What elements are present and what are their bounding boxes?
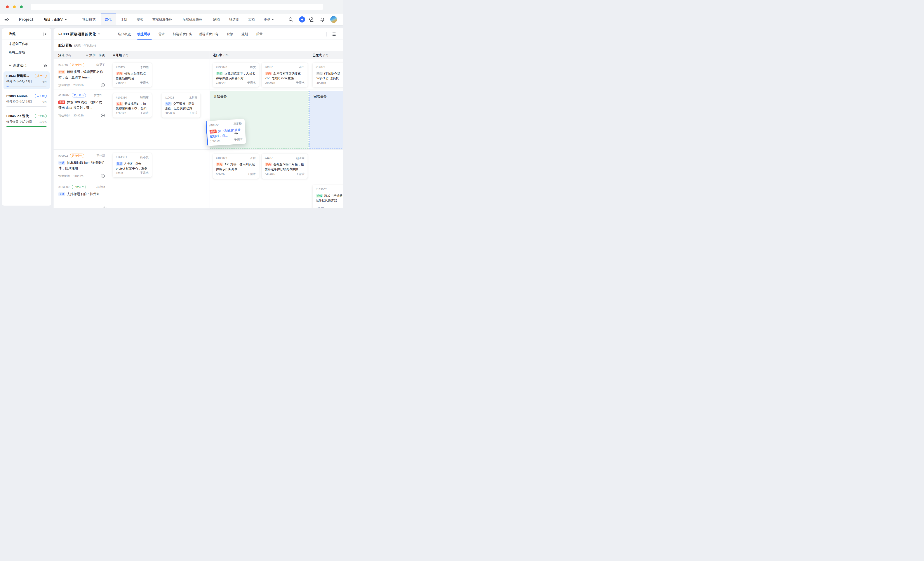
card-title: 普通抽象和抽取 item 详情页组件，使其通用	[58, 160, 105, 171]
progress-bar	[6, 106, 46, 106]
nav-tab-frontend-tasks[interactable]: 前端研发任务	[152, 17, 172, 21]
add-work-item-button[interactable]: + 添加工作项	[86, 53, 105, 57]
collapse-panel-icon[interactable]	[43, 32, 47, 36]
card-title: 较高任务查询接口对接，根据筛选条件获取列表数据	[265, 162, 304, 172]
card-title: 较高新建视图，编辑视图名称时，会一直请求 team...	[58, 69, 105, 80]
swimlane-card-12765[interactable]: #12765 进行中 李梁王 较高新建视图，编辑视图名称时，会一直请求 team…	[58, 63, 105, 87]
card-id: #10872	[209, 123, 219, 127]
sidebar-item-all[interactable]: 所有工作项	[2, 48, 51, 57]
app-logo: Project	[19, 17, 33, 22]
card-assignee: 王梓新	[96, 154, 105, 158]
board-tab-agile-board[interactable]: 敏捷看板	[137, 32, 150, 36]
swimlane-card-120987[interactable]: #120987 未开始 曹秀平... 最高并发 100 线程，循环1次请求 da…	[58, 93, 105, 118]
iteration-card-f2003[interactable]: F2003 Anubis 未开始 09月30日–10月14日 0%	[3, 91, 50, 109]
task-card-198342[interactable]: #198342徐小慧 普通左侧栏–点击 project 配置中心，左侧栏没有选中…	[113, 153, 152, 177]
task-card-10023[interactable]: #10023龙川喜 普通交互调整，区分编辑、以及只读状态 08h/08h子需求	[162, 93, 201, 118]
add-work-item-label: 添加工作项	[89, 53, 105, 57]
nav-tab-filters[interactable]: 筛选器	[229, 17, 239, 21]
nav-tab-backend-tasks[interactable]: 后端研发任务	[183, 17, 202, 21]
sidebar-item-unplanned[interactable]: 未规划工作项	[2, 40, 51, 48]
filter-icon[interactable]	[43, 64, 47, 67]
address-bar[interactable]	[31, 4, 323, 10]
nav-tab-defects[interactable]: 缺陷	[213, 17, 220, 21]
status-pill[interactable]: 已发布	[72, 185, 86, 189]
nav-tab-plan[interactable]: 计划	[120, 17, 127, 21]
status-pill[interactable]: 进行中	[70, 154, 84, 158]
column-header-done: 已完成 (26)	[309, 51, 343, 59]
window-zoom-button[interactable]	[20, 6, 23, 8]
task-card-100029[interactable]: #100029崔裕 较高API 对接，使用列表组件展示任务列表 06h/0h子需…	[213, 154, 259, 179]
chevron-down-icon	[81, 64, 82, 66]
status-pill[interactable]: 进行中	[70, 63, 84, 67]
project-selector[interactable]: 项目：企业VI	[44, 17, 67, 21]
board-tab-overview[interactable]: 迭代概览	[118, 32, 131, 36]
project-selector-label: 项目：企业VI	[44, 17, 63, 21]
iteration-title-dropdown[interactable]: F1033 新建项目的优化	[58, 31, 100, 36]
board-tab-frontend-tasks[interactable]: 前端研发任务	[173, 32, 192, 36]
create-new-button[interactable]: +	[299, 16, 305, 22]
card-type: 子需求	[140, 111, 148, 115]
dropzone-finish-task[interactable]: 完成任务	[309, 91, 343, 149]
board-tab-requirements[interactable]: 需求	[158, 32, 165, 36]
card-assignee: 李亦雨	[140, 65, 148, 69]
new-iteration-button[interactable]: + 新建迭代	[2, 60, 51, 70]
user-avatar[interactable]	[330, 16, 337, 23]
card-id: #09992	[58, 154, 68, 158]
card-title: 普通左侧栏–点击 project 配置中心，左侧栏没有选中	[116, 161, 148, 171]
task-card-230870[interactable]: #230870白文 较低火狐浏览器下，人员名称字体显示颜色不对 14h/04h子…	[213, 63, 259, 87]
card-id: #10023	[165, 96, 174, 100]
iteration-card-f3045[interactable]: F3045 ios 迭代 已完成 08月06日–09月04日 100%	[3, 112, 50, 130]
column-separator	[109, 59, 109, 208]
circle-plus-icon[interactable]	[101, 174, 105, 178]
card-id: #19873	[316, 65, 325, 69]
iteration-card-f1033[interactable]: F1033 新建项... 进行中 09月10日–09月23日 6%	[3, 72, 50, 89]
task-card-133002[interactable]: #133002 较低添加「已拆解」组件默认筛选器 04h/0h	[313, 185, 343, 208]
board-tab-defects[interactable]: 缺陷	[226, 32, 233, 36]
card-type: 子需求	[140, 171, 148, 175]
board-tab-quality[interactable]: 质量	[256, 32, 262, 36]
nav-tab-requirements[interactable]: 需求	[136, 17, 143, 21]
plus-icon: +	[86, 53, 88, 57]
window-minimize-button[interactable]	[13, 6, 16, 8]
task-card-6657[interactable]: #6657卢星 较高全局搜索顶部的搜索 icon 与关闭 icon 重叠 05h…	[262, 63, 308, 87]
invite-member-icon[interactable]	[309, 17, 314, 22]
board-tab-planning[interactable]: 规划	[242, 32, 248, 36]
swimlane-card-133000[interactable]: #133000 已发布 杨忠明 普通去掉标题下的下拉弹窗	[58, 185, 105, 208]
card-assignee: 崔裕	[250, 156, 256, 160]
task-card-23422[interactable]: #23422李亦雨 较高修改人员信息点击更新控制台 04h/04h子需求	[113, 63, 152, 87]
swimlane-card-09992[interactable]: #09992 进行中 王梓新 普通抽象和抽取 item 详情页组件，使其通用 预…	[58, 154, 105, 178]
card-assignee: 杨忠明	[96, 185, 105, 189]
priority-tag: 较低	[316, 194, 322, 197]
card-hours: 06h/0h	[216, 173, 225, 176]
app-root: { "window": { "address_value": "" }, "na…	[0, 0, 343, 208]
status-pill[interactable]: 未开始	[72, 93, 86, 97]
card-hours: 04h/02h	[265, 173, 275, 176]
circle-plus-icon[interactable]	[101, 83, 105, 87]
window-close-button[interactable]	[6, 6, 9, 8]
dragged-task-card-10872[interactable]: #10872崔事裕 最高第一次触发“展开”按钮时，点... 10h/02h子需求	[206, 119, 246, 146]
circle-plus-icon[interactable]	[102, 206, 106, 208]
notifications-bell-icon[interactable]	[320, 17, 325, 22]
search-icon[interactable]	[288, 17, 293, 22]
board-panel: F1033 新建项目的优化 迭代概览 敏捷看板 需求 前端研发任务 后端研发任务…	[54, 28, 343, 208]
iteration-percent: 6%	[42, 80, 46, 83]
task-card-4467[interactable]: #4467赵浩雨 较高任务查询接口对接，根据筛选条件获取列表数据 04h/02h…	[262, 154, 308, 179]
card-estimate: 预估/剩余：30h/22h	[58, 114, 84, 118]
card-title: 较高新建视图时，如果视图列表为空，关闭浮窗时	[116, 101, 148, 111]
sidebar-toggle-icon[interactable]	[4, 18, 9, 21]
task-card-102330[interactable]: #102330张晓丽 较高新建视图时，如果视图列表为空，关闭浮窗时 12h/12…	[113, 93, 152, 118]
iteration-header: F1033 新建项目的优化 迭代概览 敏捷看板 需求 前端研发任务 后端研发任务…	[54, 28, 343, 40]
iteration-dates: 09月10日–09月23日	[6, 79, 32, 84]
card-hours: 04h/04h	[116, 81, 126, 84]
task-card-19873[interactable]: #19873 最低(非团队创建 project 管 理员权 08h/01h	[313, 63, 343, 87]
nav-tab-project-overview[interactable]: 项目概览	[82, 17, 96, 21]
board-tab-backend-tasks[interactable]: 后端研发任务	[199, 32, 219, 36]
nav-tab-more[interactable]: 更多	[264, 17, 274, 21]
circle-plus-icon[interactable]	[101, 114, 105, 118]
nav-tab-iteration[interactable]: 迭代	[105, 17, 111, 21]
view-list-icon[interactable]	[332, 32, 336, 36]
iteration-name: F3045 ios 迭代	[6, 114, 29, 118]
iteration-percent: 0%	[42, 100, 46, 103]
card-title: 普通去掉标题下的下拉弹窗	[58, 191, 105, 197]
nav-tab-docs[interactable]: 文档	[248, 17, 255, 21]
